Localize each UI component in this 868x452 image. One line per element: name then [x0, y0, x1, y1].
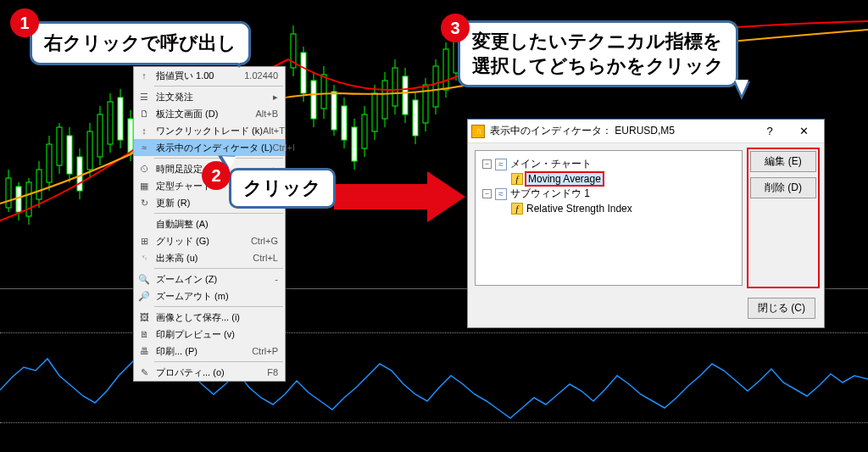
menu-item-shortcut: Alt+T — [263, 126, 288, 136]
step-badge-1: 1 — [10, 8, 39, 37]
svg-rect-17 — [87, 131, 92, 170]
menu-item[interactable]: ✎プロパティ... (o)F8 — [134, 364, 285, 381]
dialog-icon: ⎍ — [471, 125, 485, 138]
indicators-dialog: ⎍ 表示中のインディケータ： EURUSD,M5 ? ✕ − ≈ メイン・チャー… — [467, 119, 825, 328]
menu-item-label: 注文発注 — [156, 91, 193, 103]
indicator-icon: f — [511, 203, 523, 215]
menu-item[interactable]: 🔎ズームアウト (m) — [134, 287, 285, 304]
menu-item[interactable]: ↑指値買い 1.001.02440 — [134, 67, 285, 84]
menu-item[interactable]: ⊞グリッド (G)Ctrl+G — [134, 232, 285, 249]
menu-separator — [136, 86, 283, 86]
svg-rect-5 — [26, 182, 31, 216]
help-button[interactable]: ? — [753, 121, 787, 142]
menu-item-shortcut: 1.02440 — [244, 70, 281, 81]
menu-item-icon: 🗎 — [137, 327, 151, 341]
menu-item-label: 画像として保存... (i) — [156, 311, 240, 324]
svg-rect-19 — [97, 114, 103, 157]
indicator-pane[interactable] — [0, 335, 868, 452]
menu-item-icon: 🖶 — [137, 344, 151, 358]
menu-item-icon — [137, 217, 151, 231]
menu-item-icon: ↻ — [137, 196, 151, 209]
menu-item-label: グリッド (G) — [156, 235, 209, 248]
dialog-titlebar[interactable]: ⎍ 表示中のインディケータ： EURUSD,M5 ? ✕ — [468, 120, 824, 143]
tree-collapse-icon[interactable]: − — [482, 189, 492, 198]
menu-item-label: 更新 (R) — [156, 197, 190, 209]
tree-label: メイン・チャート — [510, 157, 592, 171]
svg-rect-31 — [311, 81, 316, 119]
indicator-tree[interactable]: − ≈ メイン・チャート f Moving Average − ≈ サブウィンド… — [475, 150, 743, 286]
menu-item-shortcut: Alt+B — [255, 109, 281, 119]
menu-item[interactable]: ␋出来高 (u)Ctrl+L — [134, 249, 285, 266]
callout-3-line1: 変更したいテクニカル指標を — [472, 31, 722, 52]
menu-item-label: 出来高 (u) — [156, 252, 198, 265]
menu-item[interactable]: ↕ワンクリックトレード (k)Alt+T — [134, 122, 285, 139]
svg-rect-7 — [36, 170, 42, 199]
tree-item-moving-average[interactable]: f Moving Average — [511, 172, 737, 186]
menu-item-shortcut: F8 — [267, 367, 281, 377]
tree-label: Relative Strength Index — [526, 203, 632, 215]
menu-item[interactable]: 自動調整 (A) — [134, 215, 285, 232]
svg-rect-13 — [67, 136, 72, 174]
svg-rect-55 — [433, 66, 438, 107]
menu-item-icon: 🗋 — [137, 107, 151, 120]
svg-rect-39 — [352, 127, 357, 161]
menu-item[interactable]: 🗋板注文画面 (D)Alt+B — [134, 105, 285, 122]
dialog-title: 表示中のインディケータ： EURUSD,M5 — [490, 124, 675, 138]
menu-item-label: 時間足設定 — [156, 163, 203, 176]
menu-item-label: ズームアウト (m) — [156, 290, 229, 303]
menu-item-label: プロパティ... (o) — [156, 366, 225, 379]
close-x-button[interactable]: ✕ — [787, 121, 821, 142]
svg-rect-15 — [77, 157, 82, 191]
svg-rect-23 — [118, 98, 123, 140]
close-button[interactable]: 閉じる (C) — [748, 298, 815, 319]
menu-item-label: 印刷... (P) — [156, 345, 198, 358]
menu-item[interactable]: 🖶印刷... (P)Ctrl+P — [134, 343, 285, 360]
indicator-icon: f — [511, 173, 523, 185]
svg-rect-21 — [108, 102, 113, 144]
svg-rect-41 — [362, 114, 367, 148]
tree-subwindow[interactable]: − ≈ サブウィンドウ 1 — [482, 186, 737, 202]
tree-label-selected: Moving Average — [526, 173, 603, 185]
menu-item-shortcut: Ctrl+G — [251, 236, 281, 246]
tree-main-chart[interactable]: − ≈ メイン・チャート — [482, 156, 737, 172]
svg-rect-45 — [382, 81, 387, 119]
menu-item-icon: 🔎 — [137, 289, 151, 303]
menu-item[interactable]: ≈表示中のインディケータ (L)Ctrl+I — [134, 139, 285, 156]
menu-item[interactable]: ☰注文発注▸ — [134, 88, 285, 105]
menu-item[interactable]: 🔍ズームイン (Z)- — [134, 271, 285, 287]
tree-collapse-icon[interactable]: − — [482, 159, 492, 169]
chart-icon: ≈ — [495, 188, 507, 200]
menu-item[interactable]: 🖾画像として保存... (i) — [134, 309, 285, 326]
svg-rect-51 — [413, 100, 418, 136]
menu-item-label: 表示中のインディケータ (L) — [156, 142, 273, 154]
menu-separator — [136, 268, 283, 269]
menu-item[interactable]: 🗎印刷プレビュー (v) — [134, 326, 285, 343]
dialog-button-column: 編集 (E) 削除 (D) — [749, 150, 817, 286]
svg-rect-47 — [392, 68, 398, 106]
delete-button[interactable]: 削除 (D) — [750, 177, 816, 198]
edit-button[interactable]: 編集 (E) — [750, 151, 816, 172]
tree-item-rsi[interactable]: f Relative Strength Index — [511, 202, 737, 215]
menu-separator — [136, 306, 283, 307]
menu-item-shortcut: ▸ — [273, 92, 281, 103]
menu-item-shortcut: Ctrl+P — [252, 346, 281, 356]
menu-item-icon: ✎ — [137, 366, 151, 379]
menu-item-label: 自動調整 (A) — [156, 218, 209, 231]
svg-rect-57 — [443, 49, 448, 90]
callout-3: 変更したいテクニカル指標を 選択してどちらかをクリック — [458, 20, 738, 87]
menu-item-icon: 🔍 — [137, 272, 151, 286]
svg-rect-29 — [301, 53, 306, 93]
menu-item-label: 印刷プレビュー (v) — [156, 328, 235, 341]
callout-2: クリック — [229, 168, 336, 209]
callout-3-line2: 選択してどちらかをクリック — [472, 55, 724, 76]
menu-separator — [136, 361, 283, 362]
rsi-level-line — [0, 332, 868, 333]
rsi-line — [0, 335, 868, 452]
menu-separator — [136, 213, 283, 214]
svg-rect-33 — [321, 75, 326, 109]
menu-separator — [136, 158, 283, 159]
menu-item-shortcut: - — [275, 274, 281, 284]
menu-item-icon: ␋ — [137, 251, 151, 265]
step-badge-2: 2 — [202, 161, 231, 190]
callout-1-tail-inner — [231, 51, 248, 64]
